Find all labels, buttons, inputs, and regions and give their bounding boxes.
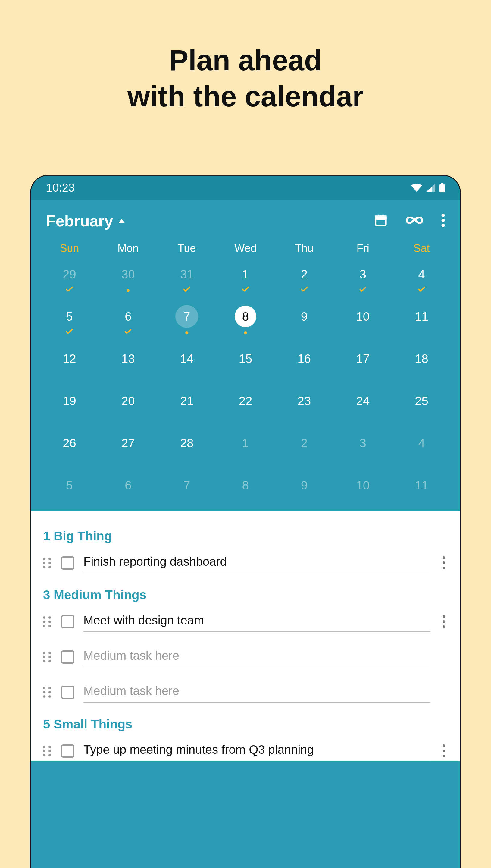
more-menu-icon[interactable] [441, 214, 445, 228]
weekday-label: Wed [216, 242, 275, 255]
day-number: 11 [415, 310, 428, 324]
calendar-day[interactable]: 4 [392, 429, 451, 457]
calendar-day[interactable]: 25 [392, 387, 451, 414]
calendar-day[interactable]: 3 [334, 429, 392, 457]
calendar-day[interactable]: 29 [40, 261, 99, 288]
calendar-day[interactable]: 4 [392, 261, 451, 288]
calendar-day[interactable]: 9 [275, 303, 334, 330]
calendar-day[interactable]: 31 [157, 261, 216, 288]
task-checkbox[interactable] [61, 615, 75, 628]
check-icon [301, 287, 308, 292]
calendar-day[interactable]: 11 [392, 472, 451, 499]
task-input[interactable] [83, 682, 430, 703]
calendar-day[interactable]: 1 [216, 429, 275, 457]
calendar-day[interactable]: 28 [157, 429, 216, 457]
calendar-day[interactable]: 6 [99, 472, 157, 499]
section-title: 5 Small Things [43, 717, 448, 731]
calendar-day[interactable]: 2 [275, 261, 334, 288]
task-input[interactable] [83, 553, 430, 573]
check-icon [66, 329, 73, 334]
day-number: 16 [298, 352, 311, 366]
day-number: 1 [242, 268, 249, 281]
calendar-day[interactable]: 13 [99, 345, 157, 372]
weekday-label: Mon [99, 242, 157, 255]
section-title: 1 Big Thing [43, 529, 448, 543]
infinity-icon[interactable] [406, 216, 423, 226]
calendar-day[interactable]: 8 [216, 472, 275, 499]
calendar-day[interactable]: 24 [334, 387, 392, 414]
task-row [43, 740, 448, 761]
calendar-day[interactable]: 5 [40, 472, 99, 499]
calendar-day[interactable]: 12 [40, 345, 99, 372]
day-number: 4 [418, 437, 425, 450]
day-number: 4 [418, 268, 425, 281]
calendar-day[interactable]: 11 [392, 303, 451, 330]
calendar-day[interactable]: 15 [216, 345, 275, 372]
calendar-day[interactable]: 8 [216, 303, 275, 330]
calendar-day[interactable]: 14 [157, 345, 216, 372]
task-row [43, 611, 448, 632]
drag-handle-icon[interactable] [43, 687, 52, 698]
task-row [43, 553, 448, 573]
task-checkbox[interactable] [61, 745, 75, 758]
day-number: 18 [415, 352, 428, 366]
calendar-day[interactable]: 22 [216, 387, 275, 414]
day-number: 6 [125, 479, 131, 492]
calendar-header: February [31, 200, 460, 239]
check-icon [125, 329, 131, 334]
task-input[interactable] [83, 740, 430, 761]
calendar-day[interactable]: 23 [275, 387, 334, 414]
day-number: 14 [180, 352, 194, 366]
drag-handle-icon[interactable] [43, 652, 52, 663]
calendar-day[interactable]: 21 [157, 387, 216, 414]
day-number: 17 [356, 352, 370, 366]
calendar-day[interactable]: 3 [334, 261, 392, 288]
dot-icon [126, 289, 129, 292]
day-number: 11 [415, 479, 428, 492]
task-menu-icon[interactable] [439, 615, 448, 628]
calendar-day[interactable]: 10 [334, 303, 392, 330]
drag-handle-icon[interactable] [43, 746, 52, 756]
calendar-day[interactable]: 2 [275, 429, 334, 457]
task-checkbox[interactable] [61, 685, 75, 699]
month-dropdown[interactable]: February [46, 212, 125, 230]
day-number: 8 [242, 479, 249, 492]
calendar-day[interactable]: 18 [392, 345, 451, 372]
day-number: 10 [356, 310, 370, 324]
task-input[interactable] [83, 611, 430, 632]
calendar-day[interactable]: 17 [334, 345, 392, 372]
calendar-day[interactable]: 9 [275, 472, 334, 499]
calendar-day[interactable]: 7 [157, 472, 216, 499]
task-checkbox[interactable] [61, 556, 75, 570]
task-checkbox[interactable] [61, 650, 75, 664]
calendar-day[interactable]: 5 [40, 303, 99, 330]
calendar-day[interactable]: 6 [99, 303, 157, 330]
day-number: 1 [242, 437, 249, 450]
calendar-day[interactable]: 10 [334, 472, 392, 499]
calendar-day[interactable]: 16 [275, 345, 334, 372]
today-icon[interactable] [374, 214, 388, 228]
task-input[interactable] [83, 646, 430, 667]
calendar-day[interactable]: 19 [40, 387, 99, 414]
task-menu-icon[interactable] [439, 556, 448, 569]
calendar-day[interactable]: 27 [99, 429, 157, 457]
day-number: 3 [360, 437, 366, 450]
calendar-day[interactable]: 20 [99, 387, 157, 414]
task-panel: 1 Big Thing3 Medium Things5 Small Things [31, 511, 460, 761]
day-number: 27 [121, 437, 135, 450]
drag-handle-icon[interactable] [43, 616, 52, 627]
day-number: 29 [63, 268, 76, 281]
calendar-day[interactable]: 1 [216, 261, 275, 288]
day-number: 19 [63, 394, 76, 408]
svg-point-7 [442, 219, 445, 222]
drag-handle-icon[interactable] [43, 558, 52, 568]
day-number: 7 [183, 479, 190, 492]
check-icon [66, 287, 73, 292]
status-time: 10:23 [46, 181, 75, 194]
calendar-day[interactable]: 7 [157, 303, 216, 330]
check-icon [242, 287, 249, 292]
task-menu-icon[interactable] [439, 745, 448, 757]
calendar-day[interactable]: 26 [40, 429, 99, 457]
calendar-day[interactable]: 30 [99, 261, 157, 288]
day-number: 30 [121, 268, 135, 281]
